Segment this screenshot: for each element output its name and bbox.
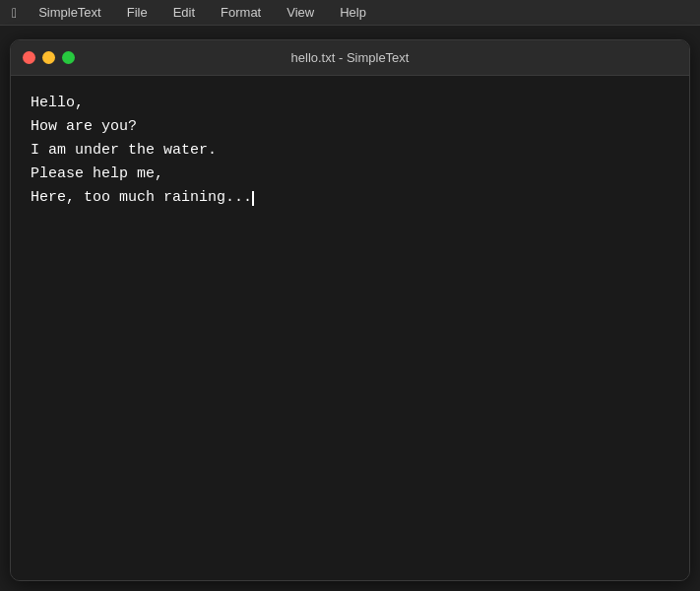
window: hello.txt - SimpleText Hello, How are yo… <box>10 39 690 581</box>
window-controls <box>23 51 75 64</box>
menu-edit[interactable]: Edit <box>169 3 199 22</box>
minimize-button[interactable] <box>42 51 55 64</box>
menu-simpletext[interactable]: SimpleText <box>34 3 105 22</box>
maximize-button[interactable] <box>62 51 75 64</box>
text-cursor <box>252 191 254 206</box>
text-line-2: How are you? <box>31 118 137 135</box>
menu-format[interactable]: Format <box>217 3 265 22</box>
text-line-4: Please help me, <box>31 165 163 182</box>
menu-view[interactable]: View <box>283 3 318 22</box>
menubar:  SimpleText File Edit Format View Help <box>0 0 700 26</box>
text-line-5: Here, too much raining... <box>31 189 252 206</box>
close-button[interactable] <box>23 51 35 64</box>
text-line-1: Hello, <box>31 95 84 111</box>
window-title: hello.txt - SimpleText <box>291 50 410 65</box>
menu-file[interactable]: File <box>123 3 152 22</box>
titlebar: hello.txt - SimpleText <box>11 40 689 76</box>
menu-help[interactable]: Help <box>336 3 370 22</box>
text-content[interactable]: Hello, How are you? I am under the water… <box>11 76 689 580</box>
apple-icon[interactable]:  <box>12 5 17 21</box>
text-line-3: I am under the water. <box>31 142 217 159</box>
